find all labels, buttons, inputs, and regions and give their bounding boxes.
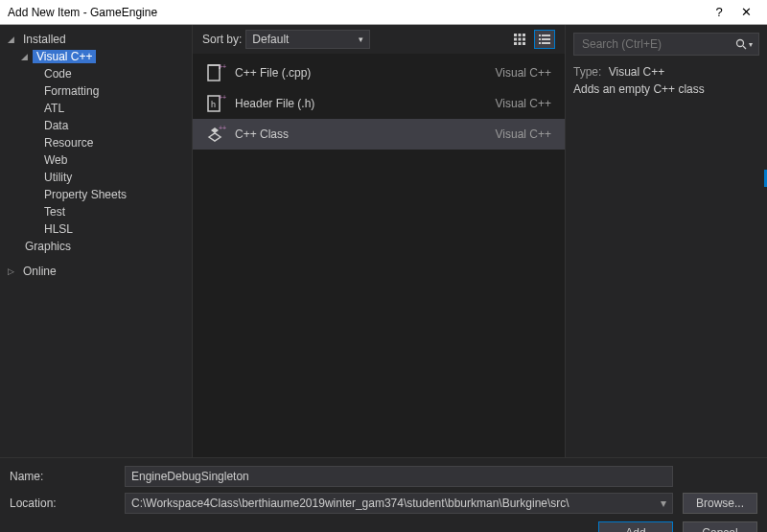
list-item[interactable]: ++ C++ File (.cpp) Visual C++ [193, 58, 565, 88]
close-button[interactable]: ✕ [732, 5, 759, 19]
tree-label: Visual C++ [33, 50, 96, 63]
template-tree: ◢ Installed ◢ Visual C++ Code Formatting… [0, 25, 192, 457]
tree-label: Formatting [40, 84, 103, 98]
svg-text:++: ++ [219, 63, 226, 70]
location-row: Location: C:\Workspace4Class\berthiaume2… [10, 493, 757, 514]
tree-label: Property Sheets [40, 188, 130, 201]
svg-rect-9 [539, 35, 541, 36]
cpp-file-icon: ++ [202, 62, 229, 83]
svg-text:++: ++ [219, 94, 226, 101]
tree-label: Installed [19, 33, 70, 46]
location-input[interactable]: C:\Workspace4Class\berthiaume2019winter_… [125, 493, 673, 514]
name-input[interactable]: EngineDebugSingleton [125, 466, 673, 487]
tree-item-resource[interactable]: Resource [2, 134, 192, 151]
svg-rect-14 [542, 42, 550, 44]
sortby-label: Sort by: [202, 33, 242, 46]
sortby-dropdown[interactable]: Default ▾ [245, 30, 370, 49]
title-bar: Add New Item - GameEngine ? ✕ [0, 0, 767, 25]
location-value: C:\Workspace4Class\berthiaume2019winter_… [131, 497, 569, 510]
svg-rect-7 [519, 42, 522, 45]
tree-item-formatting[interactable]: Formatting [2, 82, 192, 100]
grid-icon [513, 33, 526, 46]
tree-label: Web [40, 153, 71, 167]
tree-item-web[interactable]: Web [2, 151, 192, 169]
tree-item-code[interactable]: Code [2, 65, 192, 82]
tree-item-atl[interactable]: ATL [2, 100, 192, 117]
detail-pane: ▾ Type: Visual C++ Adds an empty C++ cla… [566, 25, 767, 457]
collapse-arrow-icon: ◢ [8, 35, 17, 44]
svg-rect-0 [514, 34, 517, 36]
type-value: Visual C++ [609, 65, 664, 79]
help-button[interactable]: ? [706, 5, 732, 19]
svg-rect-1 [519, 34, 522, 36]
search-box[interactable]: ▾ [573, 33, 759, 56]
tree-label: Online [19, 265, 60, 278]
svg-point-21 [737, 40, 744, 47]
svg-line-22 [743, 46, 746, 49]
header-file-icon: h++ [202, 93, 229, 114]
svg-rect-13 [539, 42, 541, 44]
svg-rect-8 [523, 42, 525, 45]
list-icon [538, 33, 551, 46]
type-description: Adds an empty C++ class [573, 82, 759, 96]
chevron-down-icon: ▾ [359, 35, 363, 44]
item-lang: Visual C++ [496, 127, 555, 141]
main-area: ◢ Installed ◢ Visual C++ Code Formatting… [0, 25, 767, 457]
name-label: Name: [10, 470, 115, 483]
collapse-arrow-icon: ◢ [21, 52, 31, 61]
location-label: Location: [10, 497, 115, 510]
type-label: Type: [573, 65, 601, 79]
add-button[interactable]: Add [598, 521, 673, 532]
svg-rect-6 [514, 42, 517, 45]
svg-rect-2 [523, 34, 525, 36]
list-item[interactable]: ++ C++ Class Visual C++ [193, 119, 565, 150]
cpp-class-icon: ++ [202, 124, 229, 145]
list-item[interactable]: h++ Header File (.h) Visual C++ [193, 88, 565, 119]
svg-text:h: h [211, 100, 216, 109]
svg-rect-10 [542, 35, 550, 36]
item-name: C++ File (.cpp) [229, 66, 496, 80]
tree-label: Utility [40, 171, 76, 184]
browse-button[interactable]: Browse... [683, 493, 757, 514]
search-input[interactable] [580, 36, 735, 52]
item-name: C++ Class [229, 127, 496, 141]
tree-item-propertysheets[interactable]: Property Sheets [2, 186, 192, 203]
center-pane: Sort by: Default ▾ ++ C++ File (.cpp) Vi… [192, 25, 566, 457]
name-row: Name: EngineDebugSingleton [10, 466, 757, 487]
tree-label: HLSL [40, 222, 77, 236]
tree-item-test[interactable]: Test [2, 203, 192, 220]
tree-label: Data [40, 119, 72, 132]
list-toolbar: Sort by: Default ▾ [193, 25, 565, 54]
item-list: ++ C++ File (.cpp) Visual C++ h++ Header… [193, 54, 565, 457]
dialog-buttons: Add Cancel [10, 521, 757, 532]
chevron-down-icon: ▾ [749, 40, 753, 49]
tree-item-hlsl[interactable]: HLSL [2, 220, 192, 238]
expand-arrow-icon: ▷ [8, 266, 17, 276]
tree-label: Code [40, 67, 76, 81]
chevron-down-icon[interactable]: ▾ [661, 497, 666, 510]
view-list-button[interactable] [534, 30, 555, 49]
type-info: Type: Visual C++ Adds an empty C++ class [573, 65, 759, 96]
item-name: Header File (.h) [229, 97, 496, 110]
tree-item-visualcpp[interactable]: ◢ Visual C++ [2, 48, 192, 65]
svg-rect-12 [542, 38, 550, 40]
tree-item-data[interactable]: Data [2, 117, 192, 134]
tree-item-online[interactable]: ▷ Online [2, 263, 192, 280]
tree-label: ATL [40, 102, 68, 115]
tree-label: Test [40, 205, 69, 219]
item-lang: Visual C++ [496, 97, 555, 110]
item-lang: Visual C++ [496, 66, 555, 80]
tree-item-graphics[interactable]: Graphics [2, 238, 192, 255]
tree-item-installed[interactable]: ◢ Installed [2, 31, 192, 48]
bottom-panel: Name: EngineDebugSingleton Location: C:\… [0, 457, 767, 532]
search-icon: ▾ [735, 38, 753, 50]
cancel-button[interactable]: Cancel [683, 521, 757, 532]
view-grid-button[interactable] [509, 30, 530, 49]
name-value: EngineDebugSingleton [131, 470, 249, 483]
svg-text:++: ++ [219, 125, 226, 131]
svg-rect-5 [523, 38, 525, 41]
window-title: Add New Item - GameEngine [8, 6, 706, 19]
svg-rect-4 [519, 38, 522, 41]
svg-rect-3 [514, 38, 517, 41]
tree-item-utility[interactable]: Utility [2, 169, 192, 186]
